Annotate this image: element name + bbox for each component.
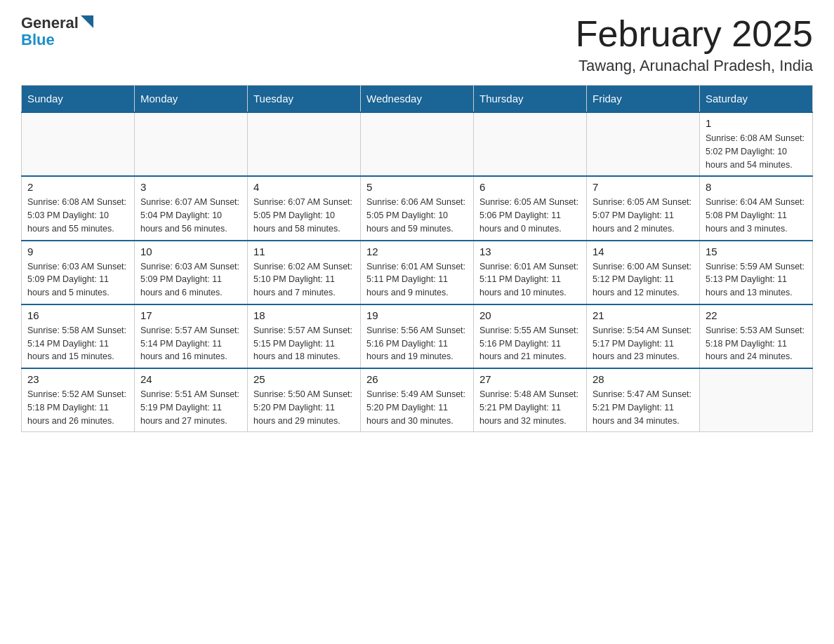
day-number: 5 bbox=[366, 181, 468, 193]
day-info: Sunrise: 6:08 AM Sunset: 5:02 PM Dayligh… bbox=[706, 132, 807, 171]
day-info: Sunrise: 6:06 AM Sunset: 5:05 PM Dayligh… bbox=[366, 196, 468, 235]
page-subtitle: Tawang, Arunachal Pradesh, India bbox=[576, 57, 813, 75]
day-info: Sunrise: 6:07 AM Sunset: 5:05 PM Dayligh… bbox=[253, 196, 355, 235]
calendar-cell bbox=[22, 112, 135, 176]
weekday-header-wednesday: Wednesday bbox=[361, 86, 474, 113]
calendar-cell: 9Sunrise: 6:03 AM Sunset: 5:09 PM Daylig… bbox=[22, 241, 135, 304]
day-number: 19 bbox=[366, 309, 468, 321]
day-info: Sunrise: 5:54 AM Sunset: 5:17 PM Dayligh… bbox=[593, 324, 694, 363]
day-info: Sunrise: 6:00 AM Sunset: 5:12 PM Dayligh… bbox=[593, 260, 694, 300]
calendar-week-row: 16Sunrise: 5:58 AM Sunset: 5:14 PM Dayli… bbox=[22, 304, 813, 368]
day-info: Sunrise: 6:07 AM Sunset: 5:04 PM Dayligh… bbox=[140, 196, 241, 235]
calendar-cell: 23Sunrise: 5:52 AM Sunset: 5:18 PM Dayli… bbox=[22, 368, 135, 432]
page-header: General Blue February 2025 Tawang, Aruna… bbox=[21, 14, 813, 75]
calendar-cell bbox=[361, 112, 474, 176]
day-info: Sunrise: 5:51 AM Sunset: 5:19 PM Dayligh… bbox=[140, 388, 241, 427]
calendar-cell bbox=[135, 112, 248, 176]
calendar-cell: 13Sunrise: 6:01 AM Sunset: 5:11 PM Dayli… bbox=[474, 241, 587, 304]
calendar-cell: 3Sunrise: 6:07 AM Sunset: 5:04 PM Daylig… bbox=[135, 176, 248, 240]
day-info: Sunrise: 6:04 AM Sunset: 5:08 PM Dayligh… bbox=[706, 196, 807, 235]
day-number: 11 bbox=[253, 246, 355, 257]
day-number: 8 bbox=[706, 181, 807, 193]
calendar-cell: 17Sunrise: 5:57 AM Sunset: 5:14 PM Dayli… bbox=[135, 304, 248, 368]
day-number: 25 bbox=[253, 373, 355, 385]
calendar-cell: 15Sunrise: 5:59 AM Sunset: 5:13 PM Dayli… bbox=[700, 241, 813, 304]
calendar-week-row: 9Sunrise: 6:03 AM Sunset: 5:09 PM Daylig… bbox=[22, 241, 813, 304]
calendar-cell: 1Sunrise: 6:08 AM Sunset: 5:02 PM Daylig… bbox=[700, 112, 813, 176]
weekday-header-sunday: Sunday bbox=[22, 86, 135, 113]
logo-general-text: General bbox=[21, 14, 79, 32]
calendar-cell bbox=[474, 112, 587, 176]
day-number: 10 bbox=[140, 246, 241, 257]
calendar-cell: 24Sunrise: 5:51 AM Sunset: 5:19 PM Dayli… bbox=[135, 368, 248, 432]
day-info: Sunrise: 5:55 AM Sunset: 5:16 PM Dayligh… bbox=[479, 324, 581, 363]
day-number: 15 bbox=[706, 246, 807, 257]
calendar-cell bbox=[587, 112, 700, 176]
calendar-cell: 11Sunrise: 6:02 AM Sunset: 5:10 PM Dayli… bbox=[248, 241, 361, 304]
svg-marker-0 bbox=[81, 15, 93, 28]
day-info: Sunrise: 5:47 AM Sunset: 5:21 PM Dayligh… bbox=[593, 388, 694, 427]
day-info: Sunrise: 6:05 AM Sunset: 5:06 PM Dayligh… bbox=[479, 196, 581, 235]
day-info: Sunrise: 6:01 AM Sunset: 5:11 PM Dayligh… bbox=[479, 260, 581, 300]
day-info: Sunrise: 5:57 AM Sunset: 5:14 PM Dayligh… bbox=[140, 324, 241, 363]
day-number: 6 bbox=[479, 181, 581, 193]
calendar-cell: 8Sunrise: 6:04 AM Sunset: 5:08 PM Daylig… bbox=[700, 176, 813, 240]
day-number: 22 bbox=[706, 309, 807, 321]
logo-blue-text: Blue bbox=[21, 31, 93, 49]
calendar-week-row: 23Sunrise: 5:52 AM Sunset: 5:18 PM Dayli… bbox=[22, 368, 813, 432]
day-info: Sunrise: 6:08 AM Sunset: 5:03 PM Dayligh… bbox=[27, 196, 128, 235]
day-info: Sunrise: 5:49 AM Sunset: 5:20 PM Dayligh… bbox=[366, 388, 468, 427]
calendar-cell: 25Sunrise: 5:50 AM Sunset: 5:20 PM Dayli… bbox=[248, 368, 361, 432]
day-number: 7 bbox=[593, 181, 694, 193]
day-number: 26 bbox=[366, 373, 468, 385]
weekday-header-thursday: Thursday bbox=[474, 86, 587, 113]
calendar-cell: 20Sunrise: 5:55 AM Sunset: 5:16 PM Dayli… bbox=[474, 304, 587, 368]
day-info: Sunrise: 5:53 AM Sunset: 5:18 PM Dayligh… bbox=[706, 324, 807, 363]
weekday-header-tuesday: Tuesday bbox=[248, 86, 361, 113]
logo-arrow-icon bbox=[81, 15, 93, 28]
day-number: 24 bbox=[140, 373, 241, 385]
calendar-cell: 14Sunrise: 6:00 AM Sunset: 5:12 PM Dayli… bbox=[587, 241, 700, 304]
calendar-cell: 18Sunrise: 5:57 AM Sunset: 5:15 PM Dayli… bbox=[248, 304, 361, 368]
calendar-cell: 7Sunrise: 6:05 AM Sunset: 5:07 PM Daylig… bbox=[587, 176, 700, 240]
day-number: 9 bbox=[27, 246, 128, 257]
day-info: Sunrise: 5:57 AM Sunset: 5:15 PM Dayligh… bbox=[253, 324, 355, 363]
day-number: 28 bbox=[593, 373, 694, 385]
title-block: February 2025 Tawang, Arunachal Pradesh,… bbox=[576, 14, 813, 75]
day-number: 16 bbox=[27, 309, 128, 321]
day-number: 12 bbox=[366, 246, 468, 257]
logo: General Blue bbox=[21, 14, 93, 49]
day-number: 21 bbox=[593, 309, 694, 321]
calendar-cell: 6Sunrise: 6:05 AM Sunset: 5:06 PM Daylig… bbox=[474, 176, 587, 240]
page-title: February 2025 bbox=[576, 14, 813, 54]
day-info: Sunrise: 5:56 AM Sunset: 5:16 PM Dayligh… bbox=[366, 324, 468, 363]
day-number: 27 bbox=[479, 373, 581, 385]
calendar-cell: 19Sunrise: 5:56 AM Sunset: 5:16 PM Dayli… bbox=[361, 304, 474, 368]
weekday-header-saturday: Saturday bbox=[700, 86, 813, 113]
calendar-table: SundayMondayTuesdayWednesdayThursdayFrid… bbox=[21, 85, 813, 432]
calendar-cell: 2Sunrise: 6:08 AM Sunset: 5:03 PM Daylig… bbox=[22, 176, 135, 240]
day-info: Sunrise: 6:03 AM Sunset: 5:09 PM Dayligh… bbox=[27, 260, 128, 300]
calendar-cell: 27Sunrise: 5:48 AM Sunset: 5:21 PM Dayli… bbox=[474, 368, 587, 432]
day-info: Sunrise: 5:50 AM Sunset: 5:20 PM Dayligh… bbox=[253, 388, 355, 427]
calendar-cell: 16Sunrise: 5:58 AM Sunset: 5:14 PM Dayli… bbox=[22, 304, 135, 368]
day-info: Sunrise: 6:02 AM Sunset: 5:10 PM Dayligh… bbox=[253, 260, 355, 300]
day-number: 2 bbox=[27, 181, 128, 193]
day-info: Sunrise: 5:52 AM Sunset: 5:18 PM Dayligh… bbox=[27, 388, 128, 427]
calendar-cell: 21Sunrise: 5:54 AM Sunset: 5:17 PM Dayli… bbox=[587, 304, 700, 368]
day-number: 4 bbox=[253, 181, 355, 193]
day-number: 14 bbox=[593, 246, 694, 257]
calendar-cell: 10Sunrise: 6:03 AM Sunset: 5:09 PM Dayli… bbox=[135, 241, 248, 304]
day-number: 1 bbox=[706, 117, 807, 129]
calendar-cell: 5Sunrise: 6:06 AM Sunset: 5:05 PM Daylig… bbox=[361, 176, 474, 240]
day-number: 20 bbox=[479, 309, 581, 321]
calendar-header-row: SundayMondayTuesdayWednesdayThursdayFrid… bbox=[22, 86, 813, 113]
day-info: Sunrise: 5:48 AM Sunset: 5:21 PM Dayligh… bbox=[479, 388, 581, 427]
weekday-header-monday: Monday bbox=[135, 86, 248, 113]
day-info: Sunrise: 5:58 AM Sunset: 5:14 PM Dayligh… bbox=[27, 324, 128, 363]
day-number: 23 bbox=[27, 373, 128, 385]
day-number: 18 bbox=[253, 309, 355, 321]
calendar-cell bbox=[700, 368, 813, 432]
calendar-cell: 4Sunrise: 6:07 AM Sunset: 5:05 PM Daylig… bbox=[248, 176, 361, 240]
day-info: Sunrise: 6:03 AM Sunset: 5:09 PM Dayligh… bbox=[140, 260, 241, 300]
